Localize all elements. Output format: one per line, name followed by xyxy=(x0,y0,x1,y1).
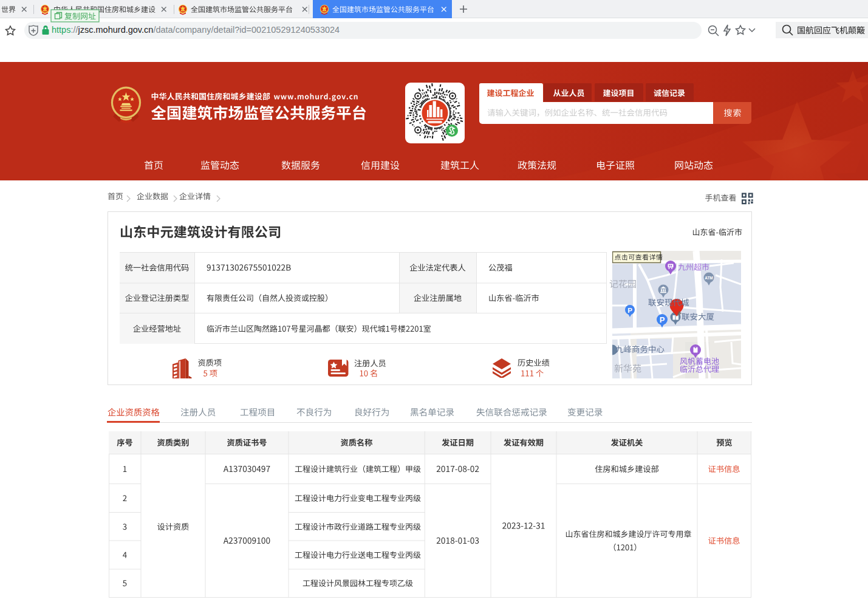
svg-text:P: P xyxy=(627,307,632,314)
svg-text:P: P xyxy=(660,315,665,324)
svg-text:ATM: ATM xyxy=(705,276,713,280)
